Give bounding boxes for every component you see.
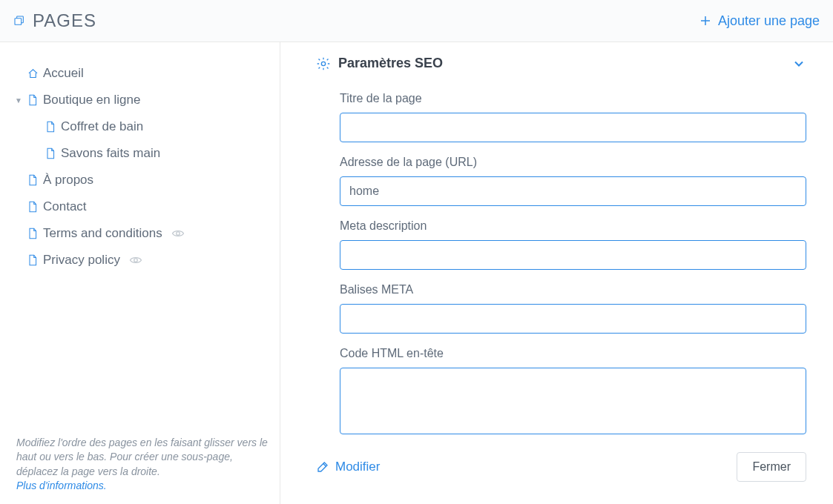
tree-item-terms[interactable]: Terms and conditions: [7, 220, 280, 247]
home-icon: [27, 67, 39, 79]
input-meta-tags[interactable]: [340, 304, 806, 334]
tree-item-coffret[interactable]: Coffret de bain: [7, 113, 280, 140]
modify-label: Modifier: [335, 460, 380, 474]
page-icon: [27, 228, 39, 239]
input-page-title[interactable]: [340, 113, 806, 142]
modify-button[interactable]: Modifier: [316, 460, 380, 474]
input-meta-description[interactable]: [340, 240, 806, 270]
page-icon: [27, 201, 39, 213]
tree-item-accueil[interactable]: Accueil: [7, 60, 280, 87]
content: Accueil ▼ Boutique en ligne Cof: [0, 42, 833, 504]
seo-panel-header[interactable]: Paramètres SEO: [316, 56, 806, 71]
svg-point-4: [176, 232, 180, 236]
textarea-html-head[interactable]: [340, 368, 806, 434]
main-panel: Paramètres SEO Titre de la page Adresse …: [280, 42, 833, 504]
form-group-title: Titre de la page: [340, 92, 806, 142]
page-icon: [27, 254, 39, 266]
page-icon: [45, 147, 56, 159]
caret-down-icon[interactable]: ▼: [15, 96, 22, 105]
panel-title: Paramètres SEO: [338, 56, 443, 71]
page-tree: Accueil ▼ Boutique en ligne Cof: [7, 60, 280, 436]
input-page-url[interactable]: [340, 176, 806, 206]
app-header: PAGES Ajouter une page: [0, 0, 833, 42]
panel-footer: Modifier Fermer: [316, 452, 806, 482]
form-group-url: Adresse de la page (URL): [340, 156, 806, 206]
chevron-down-icon[interactable]: [791, 56, 806, 71]
label-html-head: Code HTML en-tête: [340, 347, 806, 360]
page-title: PAGES: [33, 10, 96, 31]
form-group-metadesc: Meta description: [340, 219, 806, 270]
sidebar-footer-text: Modifiez l'ordre des pages en les faisan…: [16, 437, 268, 477]
svg-point-5: [134, 259, 138, 262]
sidebar: Accueil ▼ Boutique en ligne Cof: [0, 42, 280, 504]
tree-item-boutique[interactable]: ▼ Boutique en ligne: [7, 87, 280, 113]
eye-off-icon: [129, 255, 142, 265]
svg-point-6: [321, 62, 325, 65]
page-icon: [45, 121, 56, 133]
tree-item-contact[interactable]: Contact: [7, 193, 280, 220]
gear-icon: [316, 56, 331, 71]
label-page-title: Titre de la page: [340, 92, 806, 105]
label-meta-tags: Balises META: [340, 283, 806, 296]
tree-item-apropos[interactable]: À propos: [7, 167, 280, 193]
svg-rect-1: [15, 19, 22, 25]
form-group-metatags: Balises META: [340, 283, 806, 334]
label-meta-description: Meta description: [340, 219, 806, 233]
close-button[interactable]: Fermer: [737, 452, 806, 482]
page-icon: [27, 94, 39, 106]
tree-item-privacy[interactable]: Privacy policy: [7, 247, 280, 273]
pages-icon: [13, 15, 25, 27]
add-page-label: Ajouter une page: [718, 13, 820, 29]
tree-item-savons[interactable]: Savons faits main: [7, 140, 280, 167]
plus-icon: [699, 14, 712, 27]
header-left: PAGES: [13, 10, 96, 31]
add-page-button[interactable]: Ajouter une page: [699, 13, 820, 29]
form-group-htmlhead: Code HTML en-tête: [340, 347, 806, 437]
sidebar-footer-link[interactable]: Plus d'informations.: [16, 480, 107, 491]
eye-off-icon: [171, 228, 185, 239]
sidebar-footer: Modifiez l'ordre des pages en les faisan…: [7, 436, 280, 504]
edit-icon: [316, 460, 329, 474]
page-icon: [27, 174, 39, 186]
label-page-url: Adresse de la page (URL): [340, 156, 806, 169]
